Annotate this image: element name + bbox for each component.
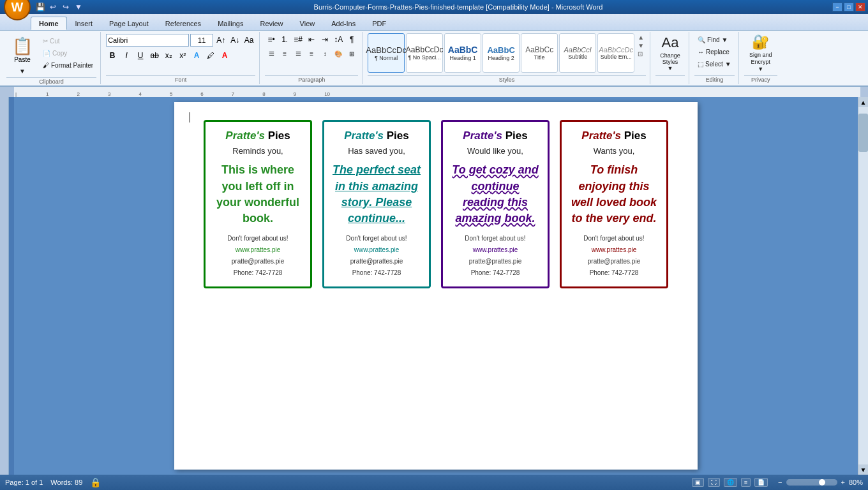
bookmark-teal-main: The perfect seat in this amazing story. …	[331, 162, 423, 226]
bookmark-purple: Pratte's Pies Would like you, To get coz…	[441, 120, 550, 288]
italic-button[interactable]: I	[120, 49, 133, 62]
full-screen-view[interactable]: ⛶	[708, 478, 720, 487]
font-name-input[interactable]	[106, 34, 189, 47]
undo-quick-btn[interactable]: ↩	[47, 1, 59, 13]
tab-pdf[interactable]: PDF	[364, 17, 394, 30]
bookmark-teal-title: Pratte's Pies	[344, 130, 408, 142]
left-panel	[0, 97, 14, 475]
tab-add-ins[interactable]: Add-Ins	[323, 17, 364, 30]
format-painter-button[interactable]: 🖌 Format Painter	[40, 60, 96, 71]
line-spacing-button[interactable]: ↕	[318, 47, 331, 60]
tab-references[interactable]: References	[157, 17, 209, 30]
sign-encrypt-button[interactable]: 🔐 Sign and Encrypt ▼	[744, 33, 777, 73]
strikethrough-button[interactable]: ab	[148, 49, 161, 62]
increase-indent-button[interactable]: ⇥	[318, 33, 331, 46]
zoom-out-btn[interactable]: −	[778, 479, 782, 486]
font-color-button[interactable]: A	[218, 49, 231, 62]
minimize-button[interactable]: −	[832, 3, 842, 11]
zoom-level: 80%	[849, 479, 863, 486]
underline-button[interactable]: U	[134, 49, 147, 62]
bookmark-green-footer: Don't forget about us! www.prattes.pie p…	[227, 233, 288, 279]
styles-more[interactable]: ⊡	[636, 50, 646, 58]
tab-page-layout[interactable]: Page Layout	[101, 17, 157, 30]
close-button[interactable]: ✕	[855, 3, 865, 11]
replace-icon: ↔	[698, 48, 704, 56]
numbering-button[interactable]: 1.	[278, 33, 291, 46]
clear-format-button[interactable]: Aa	[243, 34, 255, 47]
grow-font-button[interactable]: A↑	[214, 34, 227, 47]
zoom-slider[interactable]	[786, 479, 837, 486]
copy-button[interactable]: 📄 Copy	[40, 48, 96, 59]
style-subtitle[interactable]: AaBbCcI Subtitle	[559, 33, 596, 73]
superscript-button[interactable]: x²	[176, 49, 189, 62]
bold-button[interactable]: B	[106, 49, 119, 62]
maximize-button[interactable]: □	[844, 3, 854, 11]
ruler-left-margin	[0, 87, 14, 97]
borders-button[interactable]: ⊞	[345, 47, 358, 60]
sort-button[interactable]: ↕A	[332, 33, 345, 46]
sign-encrypt-group: 🔐 Sign and Encrypt ▼ Privacy	[740, 32, 781, 84]
styles-scroll-down[interactable]: ▼	[636, 41, 646, 50]
status-bar: Page: 1 of 1 Words: 89 🔒 ▣ ⛶ 🌐 ≡ 📄 − + 8…	[0, 475, 868, 490]
outline-view[interactable]: ≡	[741, 478, 751, 487]
font-label: Font	[106, 75, 255, 84]
style-title[interactable]: AaBbCc Title	[521, 33, 558, 73]
change-styles-button[interactable]: Aa Change Styles ▼	[655, 33, 685, 73]
cut-button[interactable]: ✂ Cut	[40, 36, 96, 47]
bookmark-teal-subtitle: Has saved you,	[348, 146, 405, 156]
scroll-down-arrow[interactable]: ▼	[858, 464, 868, 475]
find-button[interactable]: 🔍 Find ▼	[694, 34, 735, 45]
text-effects-button[interactable]: A	[190, 49, 203, 62]
bookmark-green-subtitle: Reminds you,	[232, 146, 283, 156]
zoom-in-btn[interactable]: +	[841, 479, 845, 486]
align-right-button[interactable]: ☰	[292, 47, 304, 60]
ruler-right-margin	[860, 87, 868, 97]
shading-button[interactable]: 🎨	[332, 47, 345, 60]
font-size-input[interactable]	[190, 34, 213, 47]
tab-review[interactable]: Review	[251, 17, 291, 30]
bookmark-purple-footer: Don't forget about us! www.prattes.pie p…	[465, 233, 525, 279]
ruler-main: | 1 2 3 4 5 6 7 8 9 10	[14, 87, 860, 97]
draft-view[interactable]: 📄	[754, 478, 768, 487]
bookmark-green-title: Pratte's Pies	[225, 130, 290, 142]
scroll-up-arrow[interactable]: ▲	[858, 97, 868, 107]
justify-button[interactable]: ≡	[305, 47, 318, 60]
bookmark-darkred-main: To finish enjoying this well loved book …	[568, 162, 660, 226]
select-label: Select	[705, 61, 723, 68]
tab-home[interactable]: Home	[31, 17, 67, 30]
replace-button[interactable]: ↔ Replace	[694, 47, 735, 57]
scroll-thumb[interactable]	[858, 114, 868, 152]
decrease-indent-button[interactable]: ⇤	[305, 33, 318, 46]
styles-scroll-up[interactable]: ▲	[636, 33, 646, 41]
print-layout-view[interactable]: ▣	[692, 478, 704, 487]
text-highlight-button[interactable]: 🖊	[204, 49, 217, 62]
show-hide-button[interactable]: ¶	[345, 33, 358, 46]
change-styles-icon: Aa	[662, 34, 679, 51]
bullets-button[interactable]: ≡•	[265, 33, 278, 46]
editing-group: 🔍 Find ▼ ↔ Replace ⬚ Select ▼ Editing	[691, 32, 739, 84]
right-scrollbar[interactable]: ▲ ▼	[858, 97, 868, 475]
style-subtle-em[interactable]: AaBbCcDc Subtle Em...	[597, 33, 634, 73]
shrink-font-button[interactable]: A↓	[228, 34, 241, 47]
save-quick-btn[interactable]: 💾	[34, 1, 46, 13]
style-no-spacing[interactable]: AaBbCcDc ¶ No Spaci...	[406, 33, 443, 73]
subscript-button[interactable]: x₂	[162, 49, 175, 62]
paste-dropdown[interactable]: ▼	[16, 66, 29, 76]
bookmark-darkred-title: Pratte's Pies	[581, 130, 646, 142]
office-button[interactable]: W	[4, 0, 31, 20]
web-layout-view[interactable]: 🌐	[724, 478, 737, 487]
select-button[interactable]: ⬚ Select ▼	[694, 59, 735, 70]
customize-quick-btn[interactable]: ▼	[73, 1, 84, 13]
redo-quick-btn[interactable]: ↪	[60, 1, 71, 13]
word-count: Words: 89	[50, 479, 82, 486]
style-heading2[interactable]: AaBbC Heading 2	[483, 33, 520, 73]
align-left-button[interactable]: ☰	[265, 47, 278, 60]
style-heading1[interactable]: AaBbC Heading 1	[444, 33, 481, 73]
style-normal[interactable]: AaBbCcDc ¶ Normal	[368, 33, 405, 73]
tab-view[interactable]: View	[292, 17, 324, 30]
paste-button[interactable]: 📋 Paste	[6, 33, 38, 66]
multilevel-button[interactable]: ≡#	[292, 33, 304, 46]
tab-mailings[interactable]: Mailings	[209, 17, 251, 30]
tab-insert[interactable]: Insert	[67, 17, 101, 30]
align-center-button[interactable]: ≡	[278, 47, 291, 60]
